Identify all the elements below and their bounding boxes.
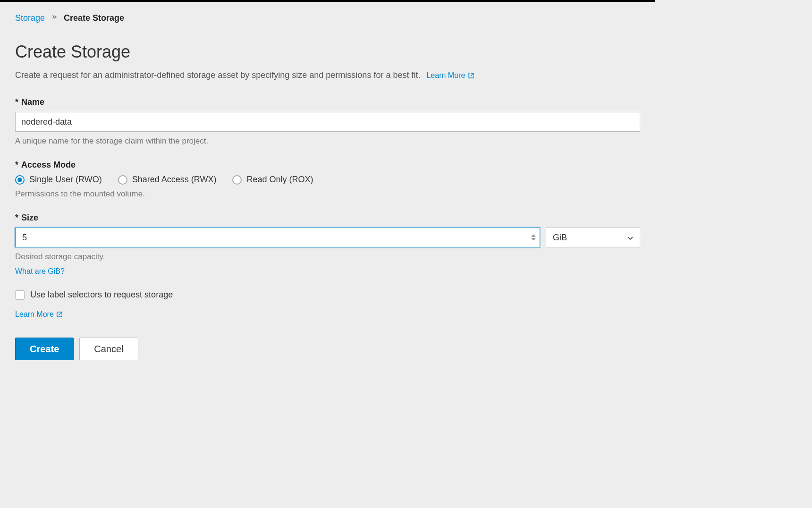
access-mode-rox-radio[interactable]: Read Only (ROX) <box>232 175 313 185</box>
name-help: A unique name for the storage claim with… <box>15 136 640 146</box>
access-mode-help: Permissions to the mounted volume. <box>15 189 640 199</box>
external-link-icon <box>468 72 474 77</box>
create-button[interactable]: Create <box>15 338 74 360</box>
breadcrumb-current: Create Storage <box>64 13 124 23</box>
radio-label: Read Only (ROX) <box>246 175 313 185</box>
checkbox-label: Use label selectors to request storage <box>30 290 173 300</box>
name-label: *Name <box>15 97 640 107</box>
access-mode-rwo-radio[interactable]: Single User (RWO) <box>15 175 102 185</box>
size-label: *Size <box>15 213 640 223</box>
size-unit-value: GiB <box>553 233 567 243</box>
what-are-gib-link[interactable]: What are GiB? <box>15 267 65 276</box>
cancel-button[interactable]: Cancel <box>79 338 138 360</box>
learn-more-link[interactable]: Learn More <box>426 71 474 79</box>
chevron-right-icon <box>51 14 57 23</box>
name-input[interactable] <box>15 112 640 132</box>
access-mode-group: *Access Mode Single User (RWO) Shared Ac… <box>15 160 640 199</box>
size-unit-select[interactable]: GiB <box>546 228 640 247</box>
chevron-down-icon <box>627 233 633 243</box>
radio-label: Shared Access (RWX) <box>132 175 217 185</box>
radio-icon <box>118 175 127 185</box>
radio-label: Single User (RWO) <box>29 175 102 185</box>
use-labels-learn-more-link[interactable]: Learn More <box>15 310 62 319</box>
spinner-icon[interactable] <box>530 235 537 241</box>
page-subtitle: Create a request for an administrator-de… <box>15 70 640 80</box>
access-mode-label: *Access Mode <box>15 160 640 170</box>
radio-icon <box>15 175 25 185</box>
breadcrumb: Storage Create Storage <box>15 13 640 23</box>
size-input-wrap[interactable] <box>15 228 540 247</box>
access-mode-rwx-radio[interactable]: Shared Access (RWX) <box>118 175 217 185</box>
page-title: Create Storage <box>15 42 640 62</box>
size-help: Desired storage capacity. <box>15 252 640 262</box>
external-link-icon <box>57 311 62 316</box>
name-group: *Name A unique name for the storage clai… <box>15 97 640 146</box>
checkbox-icon <box>15 290 25 300</box>
size-group: *Size GiB Desired storage capacit <box>15 213 640 276</box>
breadcrumb-parent-link[interactable]: Storage <box>15 13 45 23</box>
size-input[interactable] <box>21 232 526 243</box>
use-labels-checkbox[interactable]: Use label selectors to request storage <box>15 290 640 300</box>
radio-icon <box>232 175 242 185</box>
use-labels-group: Use label selectors to request storage L… <box>15 290 640 319</box>
